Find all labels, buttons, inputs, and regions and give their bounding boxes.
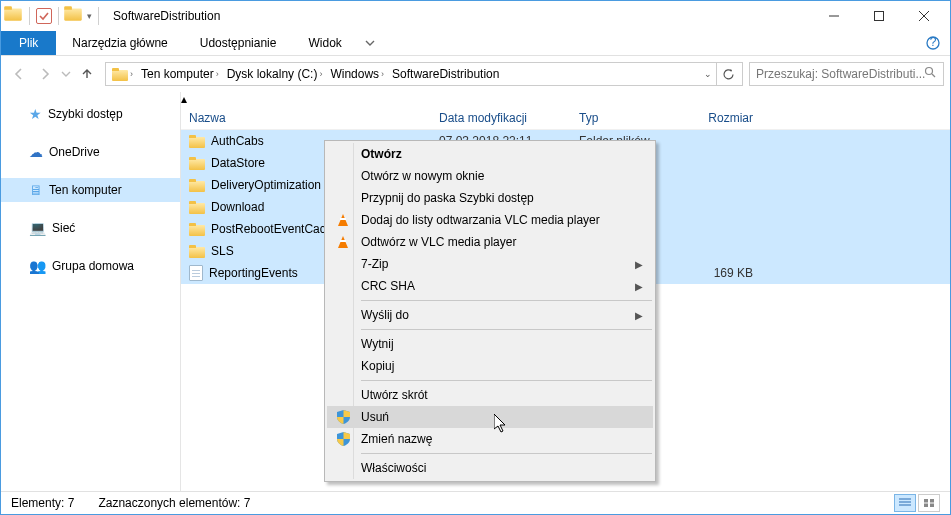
maximize-button[interactable]: [856, 2, 901, 30]
large-icons-view-button[interactable]: [918, 494, 940, 512]
quick-access-toolbar: ▾: [5, 7, 92, 25]
file-size: 169 KB: [681, 266, 761, 280]
breadcrumb-part[interactable]: Dysk lokalny (C:): [227, 67, 318, 81]
help-button[interactable]: ?: [916, 31, 950, 55]
menu-item[interactable]: Usuń: [327, 406, 653, 428]
menu-item-label: 7-Zip: [361, 257, 388, 271]
tab-home[interactable]: Narzędzia główne: [56, 31, 183, 55]
vlc-icon: [335, 212, 351, 228]
app-folder-icon: [5, 7, 23, 25]
properties-qat-icon[interactable]: [36, 8, 52, 24]
cloud-icon: ☁: [29, 144, 43, 160]
breadcrumb-part[interactable]: Windows: [330, 67, 379, 81]
context-menu: OtwórzOtwórz w nowym okniePrzypnij do pa…: [324, 140, 656, 482]
menu-item[interactable]: Odtwórz w VLC media player: [327, 231, 653, 253]
file-name: ReportingEvents: [209, 266, 298, 280]
navpane-label: Sieć: [52, 221, 75, 235]
window-title: SoftwareDistribution: [113, 9, 220, 23]
homegroup-icon: 👥: [29, 258, 46, 274]
folder-icon: [189, 179, 205, 192]
submenu-arrow-icon: ▶: [635, 310, 643, 321]
sort-indicator-icon: ▴: [181, 92, 950, 106]
tab-share[interactable]: Udostępnianie: [184, 31, 293, 55]
file-name: SLS: [211, 244, 234, 258]
forward-button[interactable]: [33, 62, 57, 86]
recent-dropdown-icon[interactable]: [59, 62, 73, 86]
menu-item-label: Właściwości: [361, 461, 426, 475]
menu-separator: [361, 453, 652, 454]
file-icon: [189, 265, 203, 281]
folder-icon: [189, 245, 205, 258]
search-icon: [924, 66, 937, 82]
menu-item-label: Utwórz skrót: [361, 388, 428, 402]
file-name: DataStore: [211, 156, 265, 170]
menu-item[interactable]: Wyślij do▶: [327, 304, 653, 326]
details-view-button[interactable]: [894, 494, 916, 512]
menu-item[interactable]: CRC SHA▶: [327, 275, 653, 297]
navpane-network[interactable]: 💻Sieć: [1, 216, 180, 240]
menu-item[interactable]: Otwórz w nowym oknie: [327, 165, 653, 187]
qat-dropdown-icon[interactable]: ▾: [87, 11, 92, 21]
menu-item-label: Zmień nazwę: [361, 432, 432, 446]
breadcrumb-folder-icon: [112, 68, 128, 81]
breadcrumb-part[interactable]: SoftwareDistribution: [392, 67, 499, 81]
navpane-quick-access[interactable]: ★Szybki dostęp: [1, 102, 180, 126]
folder-icon: [189, 223, 205, 236]
navpane-onedrive[interactable]: ☁OneDrive: [1, 140, 180, 164]
menu-separator: [361, 380, 652, 381]
shield-icon: [335, 431, 351, 447]
menu-separator: [361, 300, 652, 301]
menu-item[interactable]: Wytnij: [327, 333, 653, 355]
new-folder-qat-icon[interactable]: [65, 7, 83, 25]
column-headers: Nazwa Data modyfikacji Typ Rozmiar: [181, 106, 950, 130]
menu-item[interactable]: Utwórz skrót: [327, 384, 653, 406]
back-button[interactable]: [7, 62, 31, 86]
navpane-homegroup[interactable]: 👥Grupa domowa: [1, 254, 180, 278]
menu-item[interactable]: Przypnij do paska Szybki dostęp: [327, 187, 653, 209]
breadcrumb-dropdown-icon[interactable]: ⌄: [700, 69, 716, 79]
breadcrumb-part[interactable]: Ten komputer: [141, 67, 214, 81]
navpane-label: Grupa domowa: [52, 259, 134, 273]
menu-item-label: Kopiuj: [361, 359, 394, 373]
navigation-pane: ★Szybki dostęp ☁OneDrive 🖥Ten komputer 💻…: [1, 92, 181, 491]
menu-item-label: Otwórz: [361, 147, 402, 161]
column-size[interactable]: Rozmiar: [681, 111, 761, 125]
file-tab[interactable]: Plik: [1, 31, 56, 55]
svg-rect-1: [874, 12, 883, 21]
close-button[interactable]: [901, 2, 946, 30]
column-name[interactable]: Nazwa: [181, 111, 431, 125]
search-placeholder: Przeszukaj: SoftwareDistributi...: [756, 67, 925, 81]
file-name: Download: [211, 200, 264, 214]
up-button[interactable]: [75, 62, 99, 86]
status-selected-count: Zaznaczonych elementów: 7: [98, 496, 250, 510]
folder-icon: [189, 135, 205, 148]
menu-item[interactable]: Dodaj do listy odtwarzania VLC media pla…: [327, 209, 653, 231]
tab-view[interactable]: Widok: [292, 31, 357, 55]
column-type[interactable]: Typ: [571, 111, 681, 125]
menu-item[interactable]: Zmień nazwę: [327, 428, 653, 450]
menu-item[interactable]: 7-Zip▶: [327, 253, 653, 275]
menu-item-label: Dodaj do listy odtwarzania VLC media pla…: [361, 213, 600, 227]
svg-rect-14: [930, 504, 934, 508]
submenu-arrow-icon: ▶: [635, 281, 643, 292]
svg-point-6: [926, 68, 933, 75]
menu-item[interactable]: Otwórz: [327, 143, 653, 165]
svg-line-7: [932, 74, 935, 77]
search-input[interactable]: Przeszukaj: SoftwareDistributi...: [749, 62, 944, 86]
ribbon-expand-icon[interactable]: [358, 31, 382, 55]
breadcrumb[interactable]: › Ten komputer› Dysk lokalny (C:)› Windo…: [105, 62, 743, 86]
navpane-this-pc[interactable]: 🖥Ten komputer: [1, 178, 180, 202]
minimize-button[interactable]: [811, 2, 856, 30]
menu-item[interactable]: Właściwości: [327, 457, 653, 479]
menu-item[interactable]: Kopiuj: [327, 355, 653, 377]
svg-text:?: ?: [930, 36, 937, 49]
menu-item-label: Wyślij do: [361, 308, 409, 322]
title-bar: ▾ SoftwareDistribution: [1, 1, 950, 31]
cursor-icon: [494, 414, 510, 437]
ribbon: Plik Narzędzia główne Udostępnianie Wido…: [1, 31, 950, 55]
navpane-label: Ten komputer: [49, 183, 122, 197]
column-date[interactable]: Data modyfikacji: [431, 111, 571, 125]
navpane-label: Szybki dostęp: [48, 107, 123, 121]
file-name: DeliveryOptimization: [211, 178, 321, 192]
refresh-button[interactable]: [716, 63, 740, 85]
